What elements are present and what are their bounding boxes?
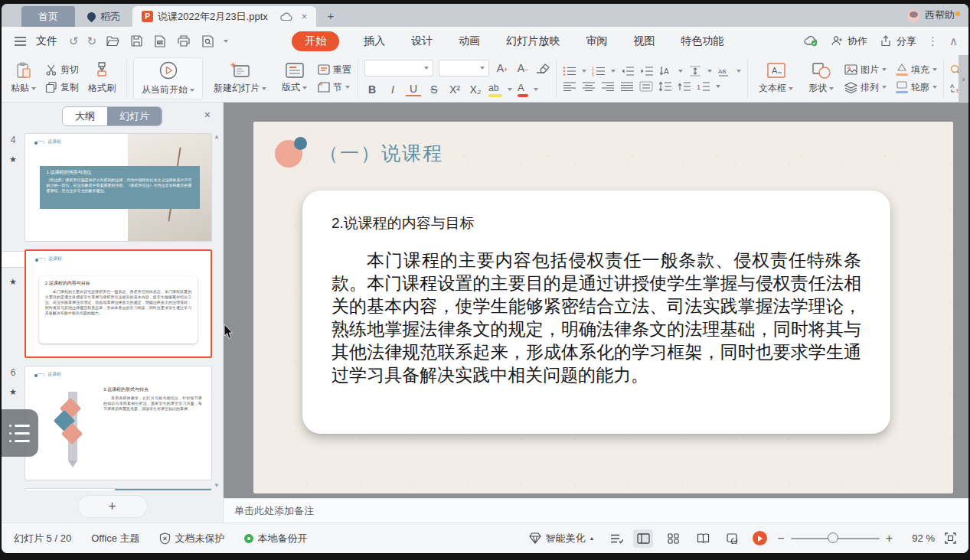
more-options-icon[interactable]: ⋮ (927, 34, 939, 48)
subscript-button[interactable]: X₂ (468, 83, 483, 96)
font-size-select[interactable] (439, 60, 489, 77)
undo-icon[interactable]: ↺ (69, 34, 79, 48)
account-area[interactable]: 西帮助 (907, 4, 955, 27)
current-slide[interactable]: （一）说课程 2.说课程的内容与目标 本门课程的主要内容包括侵权责任一般条款、侵… (253, 122, 953, 493)
zoom-in-button[interactable]: + (886, 532, 893, 545)
slide-title-block[interactable]: （一）说课程 (275, 138, 443, 168)
smart-beautify-button[interactable]: 智能美化 ▲ (529, 532, 594, 545)
decrease-indent-icon[interactable] (621, 66, 635, 77)
reset-button[interactable]: 重置 (318, 63, 351, 77)
line-spacing-icon[interactable] (658, 81, 672, 92)
play-slideshow-button[interactable] (753, 531, 767, 545)
hamburger-menu-icon[interactable] (12, 34, 28, 49)
tab-document[interactable]: P 说课2022年2月23日.pptx × (132, 6, 316, 27)
clear-format-icon[interactable] (536, 63, 550, 73)
highlight-color-button[interactable]: ab (488, 81, 502, 97)
slide-navigator-button[interactable] (2, 409, 38, 457)
fill-button[interactable]: 填充 (896, 63, 937, 77)
italic-button[interactable]: I (385, 83, 400, 96)
slide-thumbnail-7[interactable] (24, 488, 212, 490)
new-slide-button[interactable]: 新建幻灯片 (209, 60, 271, 96)
section-button[interactable]: 节 (318, 81, 351, 94)
zoom-slider-knob[interactable] (828, 532, 838, 543)
backup-status[interactable]: 本地备份开 (244, 532, 307, 545)
list-spacing-icon[interactable]: 1 (697, 81, 710, 92)
tab-design[interactable]: 设计 (410, 32, 434, 50)
normal-view-button[interactable] (633, 529, 653, 548)
theme-indicator[interactable]: Office 主题 (91, 532, 139, 545)
zoom-out-button[interactable]: − (777, 532, 784, 545)
export-pdf-icon[interactable]: PDF (152, 34, 168, 49)
tab-insert[interactable]: 插入 (362, 32, 387, 50)
slide-content-card[interactable]: 2.说课程的内容与目标 本门课程的主要内容包括侵权责任一般条款、侵权责任特殊条款… (302, 190, 890, 434)
copy-button[interactable]: 复制 (45, 81, 79, 94)
scroll-up-icon[interactable]: ▲ (214, 133, 220, 140)
shapes-button[interactable]: 形状 (804, 60, 838, 96)
slide-thumbnail-4[interactable]: （一）说课程 1.说课程的性质与地位 《民法典》侵权责任编是保护人民权利的法律，… (24, 133, 212, 242)
align-justify-icon[interactable] (620, 81, 634, 92)
task-pane-expander[interactable]: › (959, 55, 968, 102)
font-name-select[interactable] (364, 60, 433, 77)
redo-icon[interactable]: ↻ (87, 34, 97, 48)
text-direction-icon[interactable]: A (659, 66, 673, 77)
align-left-icon[interactable] (563, 81, 576, 92)
textbox-button[interactable]: A 文本框 (754, 60, 798, 96)
new-tab-button[interactable]: + (316, 4, 345, 27)
arrange-button[interactable]: 排列 (844, 81, 887, 94)
layout-button[interactable]: 版式 (277, 61, 312, 96)
slide-sorter-view-button[interactable] (663, 529, 683, 548)
protection-status[interactable]: 文档未保护 (159, 532, 224, 545)
strikethrough-button[interactable]: S (426, 83, 442, 96)
format-painter-button[interactable]: 格式刷 (83, 60, 120, 96)
share-button[interactable]: 分享 (878, 34, 916, 49)
shrink-font-button[interactable]: A− (515, 62, 531, 74)
reading-view-button[interactable] (693, 529, 713, 548)
bullet-list-icon[interactable] (563, 66, 576, 77)
character-spacing-icon[interactable]: AB (717, 66, 731, 77)
align-center-icon[interactable] (582, 81, 596, 92)
print-preview-icon[interactable] (200, 34, 215, 49)
slideshow-settings-button[interactable] (723, 529, 743, 548)
increase-indent-icon[interactable] (640, 66, 654, 77)
collaborate-button[interactable]: 协作 (829, 34, 867, 49)
align-text-vertical-icon[interactable] (688, 66, 702, 77)
outline-button[interactable]: 轮廓 (896, 81, 937, 94)
zoom-level[interactable]: 92 % (903, 532, 935, 544)
slide-thumbnail-5[interactable]: （一）说课程 2.说课程的内容与目标 本门课程的主要内容包括侵权责任一般条款、侵… (24, 249, 212, 358)
slides-tab[interactable]: 幻灯片 (107, 107, 162, 125)
tab-home[interactable]: 首页 (21, 6, 75, 27)
zoom-slider[interactable] (791, 538, 880, 539)
tab-special-features[interactable]: 特色功能 (679, 32, 725, 50)
play-from-current-button[interactable]: 从当前开始 (133, 57, 203, 99)
close-document-icon[interactable]: × (302, 11, 308, 22)
thumbnail-scrollbar[interactable]: ▲ ▼ (213, 133, 220, 489)
file-menu[interactable]: 文件 (36, 34, 57, 48)
tab-start[interactable]: 开始 (292, 31, 339, 51)
open-file-icon[interactable] (105, 34, 120, 49)
tab-review[interactable]: 审阅 (584, 32, 609, 50)
save-icon[interactable] (129, 34, 144, 49)
tab-docer[interactable]: 稻壳 (75, 6, 132, 27)
grow-font-button[interactable]: A+ (495, 62, 510, 74)
picture-button[interactable]: 图片 (844, 63, 887, 77)
fit-to-window-icon[interactable] (945, 532, 956, 544)
font-color-button[interactable]: A (518, 81, 528, 97)
slide-thumbnail-6[interactable]: （一）说课程 3.说课程的形式与特点 采用多媒体教学，幻灯片与板书相结合，针对每… (24, 366, 212, 480)
tab-view[interactable]: 视图 (632, 32, 656, 50)
print-icon[interactable] (176, 34, 191, 49)
notes-toggle-icon[interactable] (610, 533, 623, 544)
tab-animation[interactable]: 动画 (457, 32, 482, 50)
outline-tab[interactable]: 大纲 (63, 107, 107, 125)
cut-button[interactable]: 剪切 (45, 63, 79, 77)
paragraph-spacing-icon[interactable] (678, 81, 691, 92)
cloud-saved-icon[interactable] (803, 34, 818, 49)
numbered-list-icon[interactable]: 123 (592, 66, 606, 77)
distribute-text-icon[interactable] (639, 81, 653, 92)
align-right-icon[interactable] (601, 81, 615, 92)
scroll-down-icon[interactable]: ▼ (214, 482, 220, 489)
collapse-ribbon-icon[interactable]: ∧ (949, 34, 958, 48)
bold-button[interactable]: B (364, 83, 380, 96)
close-panel-icon[interactable]: × (204, 109, 211, 121)
paste-button[interactable]: 粘贴 (6, 60, 41, 96)
cloud-sync-icon[interactable] (280, 12, 292, 21)
